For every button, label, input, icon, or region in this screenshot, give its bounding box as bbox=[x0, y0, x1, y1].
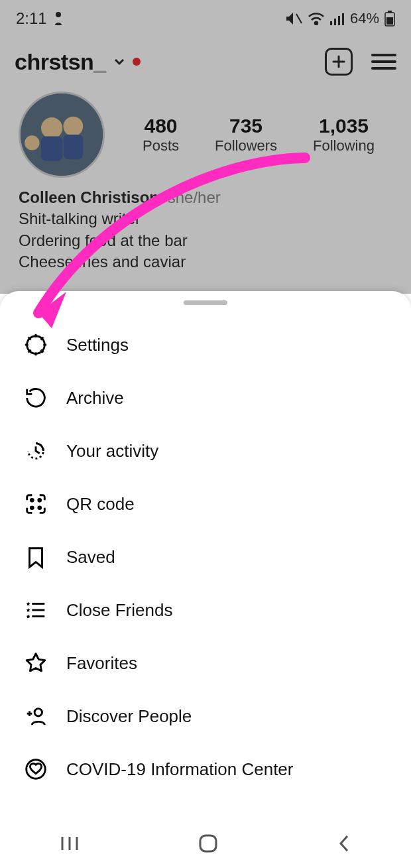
sheet-grabber[interactable] bbox=[184, 300, 227, 305]
battery-icon bbox=[384, 11, 395, 27]
nav-back-button[interactable] bbox=[335, 834, 353, 856]
menu-close-friends[interactable]: Close Friends bbox=[0, 584, 411, 637]
bookmark-icon bbox=[23, 544, 49, 570]
svg-point-31 bbox=[38, 507, 41, 509]
nav-home-button[interactable] bbox=[198, 833, 219, 857]
display-name: Colleen Christison bbox=[19, 188, 159, 206]
svg-point-19 bbox=[32, 341, 39, 348]
stat-followers-count: 735 bbox=[215, 115, 277, 137]
menu-item-label: Favorites bbox=[66, 653, 137, 674]
gear-icon bbox=[23, 332, 49, 358]
bio-line: Ordering food at the bar bbox=[19, 230, 392, 251]
stat-posts[interactable]: 480 Posts bbox=[143, 115, 179, 155]
svg-rect-16 bbox=[63, 135, 83, 159]
menu-item-label: Close Friends bbox=[66, 600, 172, 621]
svg-point-28 bbox=[30, 499, 33, 501]
profile-bio: Colleen Christison she/her Shit-talking … bbox=[0, 178, 411, 273]
profile-stats-row: 480 Posts 735 Followers 1,035 Following bbox=[0, 76, 411, 178]
menu-item-label: Your activity bbox=[66, 441, 158, 462]
menu-qr-code[interactable]: QR code bbox=[0, 477, 411, 530]
signal-icon bbox=[330, 12, 345, 25]
menu-settings[interactable]: Settings bbox=[0, 318, 411, 371]
svg-rect-12 bbox=[21, 93, 103, 176]
menu-item-label: QR code bbox=[66, 494, 135, 515]
menu-saved[interactable]: Saved bbox=[0, 530, 411, 584]
avatar[interactable] bbox=[19, 92, 105, 178]
status-time: 2:11 bbox=[16, 9, 47, 28]
svg-rect-3 bbox=[330, 21, 332, 25]
svg-point-17 bbox=[25, 135, 39, 150]
svg-point-35 bbox=[34, 709, 42, 716]
stat-posts-label: Posts bbox=[143, 137, 179, 155]
close-friends-icon bbox=[23, 597, 49, 623]
svg-point-38 bbox=[27, 760, 46, 779]
create-post-button[interactable] bbox=[325, 48, 353, 76]
svg-rect-6 bbox=[342, 13, 344, 25]
svg-point-0 bbox=[56, 12, 61, 17]
svg-rect-4 bbox=[334, 19, 336, 25]
menu-item-label: Archive bbox=[66, 388, 124, 408]
heart-circle-icon bbox=[23, 756, 49, 782]
stat-following-count: 1,035 bbox=[313, 115, 375, 137]
svg-point-15 bbox=[63, 117, 83, 137]
svg-rect-9 bbox=[386, 17, 393, 25]
chevron-down-icon bbox=[113, 55, 126, 68]
battery-percent: 64% bbox=[350, 10, 379, 27]
menu-item-label: COVID-19 Information Center bbox=[66, 759, 293, 780]
options-bottom-sheet: Settings Archive Your activity QR code S bbox=[0, 291, 411, 868]
svg-point-13 bbox=[41, 117, 62, 139]
bio-line: Cheese fries and caviar bbox=[19, 251, 392, 273]
star-icon bbox=[23, 650, 49, 676]
username: chrstsn_ bbox=[15, 49, 106, 75]
activity-icon bbox=[23, 438, 49, 464]
stat-following-label: Following bbox=[313, 137, 375, 155]
pronouns: she/her bbox=[168, 188, 221, 206]
profile-header: chrstsn_ bbox=[0, 33, 411, 76]
discover-people-icon bbox=[23, 703, 49, 729]
wifi-icon bbox=[308, 12, 325, 25]
status-bar: 2:11 64% bbox=[0, 0, 411, 33]
stat-following[interactable]: 1,035 Following bbox=[313, 115, 375, 155]
menu-your-activity[interactable]: Your activity bbox=[0, 424, 411, 477]
svg-rect-5 bbox=[338, 16, 340, 25]
bio-line: Shit-talking writer bbox=[19, 208, 392, 229]
notification-dot bbox=[133, 58, 141, 66]
stat-posts-count: 480 bbox=[143, 115, 179, 137]
menu-button[interactable] bbox=[371, 50, 396, 74]
archive-icon bbox=[23, 385, 49, 411]
svg-point-30 bbox=[30, 507, 33, 509]
svg-rect-42 bbox=[200, 836, 216, 851]
qr-icon bbox=[23, 491, 49, 517]
svg-point-2 bbox=[315, 22, 318, 25]
menu-discover-people[interactable]: Discover People bbox=[0, 690, 411, 743]
stat-followers-label: Followers bbox=[215, 137, 277, 155]
svg-line-1 bbox=[296, 14, 302, 23]
nav-recent-button[interactable] bbox=[58, 835, 81, 855]
stat-followers[interactable]: 735 Followers bbox=[215, 115, 277, 155]
menu-item-label: Saved bbox=[66, 547, 115, 568]
menu-item-label: Discover People bbox=[66, 706, 192, 727]
account-switcher[interactable]: chrstsn_ bbox=[15, 49, 313, 75]
menu-favorites[interactable]: Favorites bbox=[0, 637, 411, 690]
menu-item-label: Settings bbox=[66, 335, 129, 355]
menu-covid-info[interactable]: COVID-19 Information Center bbox=[0, 743, 411, 796]
mute-icon bbox=[285, 11, 302, 26]
menu-archive[interactable]: Archive bbox=[0, 371, 411, 424]
svg-point-29 bbox=[38, 499, 41, 501]
android-navbar bbox=[0, 822, 411, 868]
svg-rect-14 bbox=[41, 136, 62, 160]
activity-status-icon bbox=[52, 11, 64, 26]
